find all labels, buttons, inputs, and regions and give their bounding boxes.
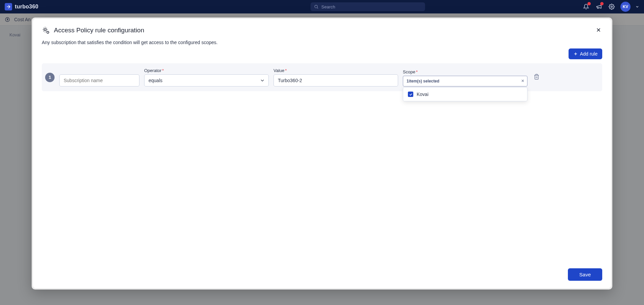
value-field-col: Value* <box>273 68 398 87</box>
scope-multiselect[interactable]: 1item(s) selected Kovai <box>403 76 527 87</box>
operator-field-col: Operator* equals <box>144 68 269 87</box>
chevron-down-icon <box>260 78 265 83</box>
help-button[interactable] <box>582 3 590 11</box>
svg-point-1 <box>611 6 613 8</box>
scope-dropdown: Kovai <box>403 87 527 101</box>
value-label-text: Value <box>273 68 284 73</box>
settings-button[interactable] <box>608 3 616 11</box>
scope-label: Scope* <box>403 69 527 74</box>
alerts-button[interactable] <box>595 3 603 11</box>
avatar-initials: KV <box>623 4 629 9</box>
scope-option[interactable]: Kovai <box>403 90 527 99</box>
plus-icon <box>573 52 578 56</box>
search-placeholder: Search <box>321 4 335 9</box>
rule-index: 1 <box>45 73 55 82</box>
gear-icon <box>609 4 615 10</box>
scope-summary[interactable]: 1item(s) selected <box>403 76 527 87</box>
delete-rule-button[interactable] <box>534 74 540 81</box>
brand-logo <box>5 3 12 10</box>
modal: Access Policy rule configuration Any sub… <box>33 19 611 288</box>
subscription-name-input[interactable] <box>64 78 135 83</box>
checkbox-checked[interactable] <box>408 92 413 97</box>
scope-label-text: Scope <box>403 69 415 74</box>
topbar: turbo360 Search KV <box>0 0 644 13</box>
svg-point-0 <box>315 5 317 8</box>
global-search[interactable]: Search <box>311 2 425 11</box>
operator-select[interactable]: equals <box>144 74 269 87</box>
subscription-name-field[interactable] <box>59 74 139 87</box>
modal-title: Access Policy rule configuration <box>54 27 144 34</box>
modal-footer: Save <box>33 263 611 288</box>
modal-subtitle: Any subscription that satisfies the cond… <box>33 36 611 45</box>
required-marker: * <box>285 68 287 73</box>
scope-option-label: Kovai <box>417 92 428 97</box>
trash-icon <box>534 74 540 80</box>
modal-header: Access Policy rule configuration <box>33 19 611 36</box>
brand: turbo360 <box>5 3 38 10</box>
close-icon <box>521 79 525 83</box>
required-marker: * <box>416 69 418 74</box>
gear-user-icon <box>42 26 50 34</box>
add-rule-button[interactable]: Add rule <box>569 48 602 59</box>
rules-area: 1 Operator* equals <box>33 63 611 263</box>
close-button[interactable] <box>593 25 604 35</box>
brand-text: turbo360 <box>15 4 38 10</box>
search-icon <box>314 4 319 9</box>
modal-overlay: Access Policy rule configuration Any sub… <box>0 13 644 305</box>
add-rule-row: Add rule <box>33 45 611 63</box>
operator-label: Operator* <box>144 68 269 73</box>
operator-label-text: Operator <box>144 68 161 73</box>
save-label: Save <box>579 272 591 277</box>
svg-point-4 <box>47 31 49 33</box>
svg-point-3 <box>44 29 46 31</box>
value-label: Value* <box>273 68 398 73</box>
save-button[interactable]: Save <box>568 268 602 281</box>
notification-dot <box>587 2 591 5</box>
check-icon <box>409 93 413 96</box>
scope-summary-text: 1item(s) selected <box>407 79 439 83</box>
value-field[interactable] <box>273 74 398 87</box>
add-rule-label: Add rule <box>580 51 598 57</box>
rule-row: 1 Operator* equals <box>42 63 602 91</box>
required-marker: * <box>162 68 164 73</box>
avatar[interactable]: KV <box>620 2 631 12</box>
close-icon <box>595 27 602 33</box>
modal-outer: Access Policy rule configuration Any sub… <box>32 18 612 290</box>
value-input[interactable] <box>278 78 394 83</box>
topbar-right: KV <box>582 2 639 12</box>
operator-value: equals <box>149 78 162 83</box>
notification-dot <box>600 2 604 5</box>
subscription-name-field-col <box>59 74 139 87</box>
scope-clear-button[interactable] <box>521 78 525 84</box>
chevron-down-icon[interactable] <box>635 5 639 9</box>
scope-field-col: Scope* 1item(s) selected <box>403 69 527 87</box>
